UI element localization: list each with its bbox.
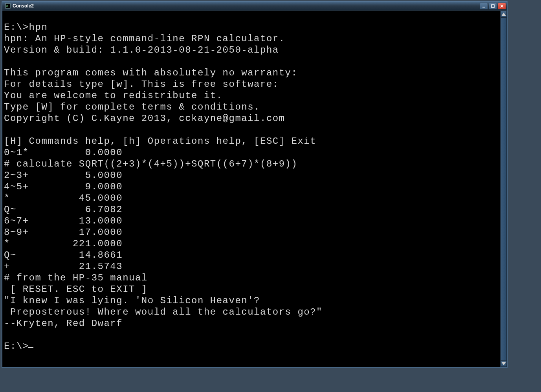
svg-text:>: > (6, 4, 9, 8)
scroll-track[interactable] (501, 17, 507, 360)
svg-rect-2 (482, 7, 485, 7)
maximize-button[interactable] (489, 3, 497, 9)
titlebar[interactable]: > Console2 (2, 2, 507, 11)
scroll-up-button[interactable] (501, 11, 507, 17)
scroll-thumb[interactable] (501, 17, 507, 360)
terminal-output[interactable]: E:\>hpn hpn: An HP-style command-line RP… (2, 11, 500, 367)
cursor (28, 347, 33, 348)
content-area: E:\>hpn hpn: An HP-style command-line RP… (2, 11, 507, 367)
app-icon: > (5, 3, 11, 9)
console-window: > Console2 E:\>hpn hpn: An HP-style comm… (2, 1, 508, 368)
svg-rect-3 (491, 5, 494, 7)
scroll-down-button[interactable] (501, 360, 507, 367)
close-button[interactable] (498, 3, 506, 9)
terminal-text: E:\>hpn hpn: An HP-style command-line RP… (4, 22, 323, 329)
vertical-scrollbar[interactable] (500, 11, 507, 367)
prompt: E:\> (4, 341, 29, 352)
window-title: Console2 (13, 3, 479, 9)
minimize-button[interactable] (480, 3, 488, 9)
window-controls (479, 3, 506, 9)
